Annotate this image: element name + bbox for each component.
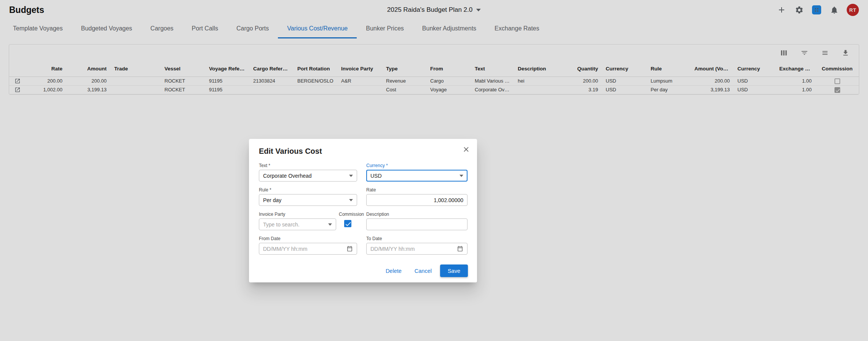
dialog-form: Text * Corporate Overhead Currency * USD… <box>259 163 468 255</box>
calendar-icon[interactable] <box>346 245 353 252</box>
description-input[interactable] <box>366 218 468 230</box>
invoice-party-select[interactable]: Type to search. <box>259 218 336 230</box>
cancel-button[interactable]: Cancel <box>410 265 436 277</box>
rate-field-label: Rate <box>366 187 468 193</box>
text-select-value: Corporate Overhead <box>263 173 312 179</box>
dropdown-arrow-icon <box>349 175 353 177</box>
invoice-party-placeholder: Type to search. <box>263 221 300 228</box>
rule-select-value: Per day <box>263 197 281 203</box>
field-text: Text * Corporate Overhead <box>259 163 357 182</box>
dropdown-arrow-icon <box>349 199 353 201</box>
invoice-party-field-label: Invoice Party <box>259 212 336 217</box>
edit-various-cost-dialog: Edit Various Cost Text * Corporate Overh… <box>249 139 477 282</box>
text-select[interactable]: Corporate Overhead <box>259 170 357 182</box>
currency-select-value: USD <box>370 173 382 179</box>
dialog-actions: Delete Cancel Save <box>259 265 468 277</box>
rate-input[interactable] <box>366 194 468 206</box>
to-date-input[interactable] <box>366 243 468 255</box>
dropdown-arrow-icon <box>460 175 463 177</box>
field-rule: Rule * Per day <box>259 187 357 206</box>
from-date-input[interactable] <box>259 243 357 255</box>
rule-select[interactable]: Per day <box>259 194 357 206</box>
field-invoice-party: Invoice Party Type to search. <box>259 212 336 230</box>
commission-field-label: Commission <box>339 212 364 217</box>
text-field-label: Text * <box>259 163 357 168</box>
rule-field-label: Rule * <box>259 187 357 193</box>
currency-select[interactable]: USD <box>366 170 468 182</box>
field-to-date: To Date <box>366 236 468 255</box>
field-from-date: From Date <box>259 236 357 255</box>
from-date-text-input[interactable] <box>263 246 344 252</box>
delete-button[interactable]: Delete <box>381 265 406 277</box>
field-description: Description <box>366 212 468 230</box>
save-button[interactable]: Save <box>440 265 468 277</box>
dialog-title: Edit Various Cost <box>259 147 468 156</box>
field-currency: Currency * USD <box>366 163 468 182</box>
dropdown-arrow-icon <box>328 223 332 226</box>
to-date-text-input[interactable] <box>370 246 455 252</box>
field-commission: Commission <box>339 212 364 230</box>
description-field-label: Description <box>366 212 468 217</box>
currency-field-label: Currency * <box>366 163 468 168</box>
from-date-field-label: From Date <box>259 236 357 241</box>
calendar-icon[interactable] <box>457 245 463 252</box>
close-icon[interactable] <box>461 145 471 155</box>
field-invoice-party-commission: Invoice Party Type to search. Commission <box>259 212 357 230</box>
to-date-field-label: To Date <box>366 236 468 241</box>
field-rate: Rate <box>366 187 468 206</box>
commission-checkbox[interactable] <box>344 220 351 227</box>
